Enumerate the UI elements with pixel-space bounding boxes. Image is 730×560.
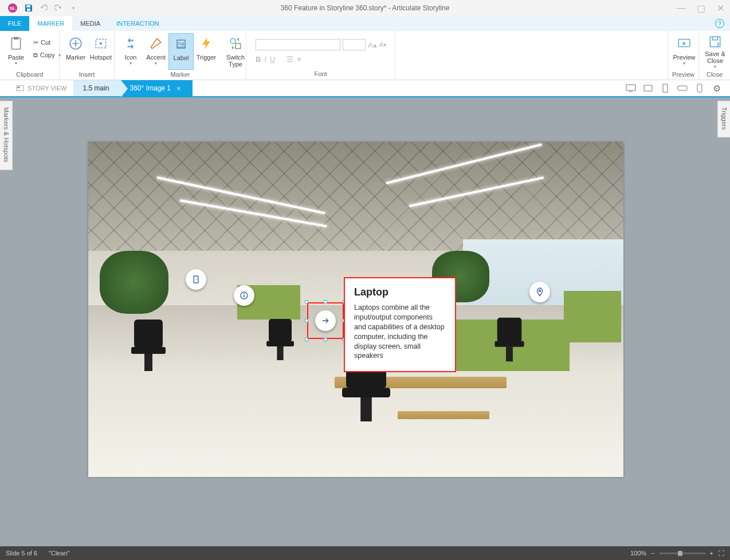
fit-to-window-button[interactable]: ⛶ [718,550,724,557]
canvas-360-image[interactable]: Laptop Laptops combine all the input/out… [88,142,623,477]
group-label-clipboard: Clipboard [0,70,59,80]
marker-trigger-button[interactable]: Trigger [194,33,219,70]
cut-icon: ✂ [33,39,38,46]
window-title: 360 Feature in Storyline 360.story* - Ar… [281,4,450,12]
triggers-panel-tab[interactable]: Triggers [717,101,730,137]
phone-landscape-icon[interactable] [674,80,691,97]
cut-button[interactable]: ✂Cut [31,37,63,48]
marker-label-button[interactable]: Aa Label [168,33,194,70]
crumb-360image[interactable]: 360° Image 1 × [121,80,193,96]
undo-icon[interactable] [37,1,50,15]
ribbon-tabs: FILE MARKER MEDIA INTERACTION ? [0,16,730,31]
group-clipboard: Paste ▾ ✂Cut ⧉Copy▾ Clipboard [0,31,60,80]
zoom-in-button[interactable]: + [710,550,713,557]
svg-point-4 [100,42,102,45]
copy-button[interactable]: ⧉Copy▾ [31,49,63,61]
save-icon[interactable] [22,1,36,15]
close-window-button[interactable]: ✕ [711,0,730,16]
svg-rect-1 [14,37,19,40]
marker-arrow-selected[interactable] [315,310,336,331]
marker-door[interactable] [186,269,206,290]
svg-rect-13 [18,86,20,88]
marker-icon-button[interactable]: Icon▾ [118,33,143,70]
responsive-view-icons: ⚙ [622,80,730,96]
group-marker: Icon▾ Accent▾ Aa Label Trigger Switch Ty… [115,31,246,80]
group-label-close: Close [699,70,730,80]
svg-rect-24 [244,295,245,298]
underline-button[interactable]: U [270,55,275,64]
marker-label-card[interactable]: Laptop Laptops combine all the input/out… [344,277,456,372]
ribbon: Paste ▾ ✂Cut ⧉Copy▾ Clipboard Marker Hot… [0,31,730,80]
app-icon: SL [8,3,17,13]
minimize-button[interactable]: — [672,0,691,16]
zoom-slider[interactable] [660,553,705,554]
font-size-input[interactable] [343,39,366,50]
insert-marker-button[interactable]: Marker [63,33,88,70]
group-label-marker: Marker [115,70,246,80]
svg-rect-11 [710,37,720,46]
bullets-button[interactable]: ☰ [286,55,293,64]
qat-dropdown-icon[interactable]: ▾ [66,1,80,15]
switch-icon [226,34,245,53]
numbering-button[interactable]: ≡ [297,55,301,64]
help-icon[interactable]: ? [715,19,724,28]
scene-desk [398,411,489,419]
save-close-button[interactable]: Save & Close▾ [702,33,728,70]
preview-icon [675,34,693,53]
save-close-icon [706,34,724,49]
tab-media[interactable]: MEDIA [72,16,108,31]
scene-divider [564,291,621,342]
tab-marker[interactable]: MARKER [29,16,72,31]
svg-rect-20 [194,276,198,283]
status-slide-number: Slide 5 of 6 [6,550,37,557]
shrink-font-icon[interactable]: A▾ [379,41,387,49]
svg-rect-9 [236,44,241,49]
svg-point-21 [197,279,198,280]
group-label-preview: Preview [668,70,698,80]
italic-button[interactable]: I [264,55,266,64]
zoom-out-button[interactable]: − [651,550,654,557]
maximize-button[interactable]: ▢ [691,0,711,16]
tablet-portrait-icon[interactable] [657,80,674,97]
lightning-icon [197,34,215,53]
markers-hotspots-panel-tab[interactable]: Markers & Hotspots [0,101,13,170]
svg-rect-14 [626,85,635,90]
marker-location[interactable] [529,282,550,302]
svg-text:Aa: Aa [178,41,184,46]
grow-font-icon[interactable]: A▴ [368,41,377,49]
tab-interaction[interactable]: INTERACTION [108,16,167,31]
tab-file[interactable]: FILE [0,16,29,31]
close-tab-icon[interactable]: × [176,84,181,93]
preview-button[interactable]: Preview▾ [672,33,697,70]
svg-rect-18 [678,86,687,90]
phone-portrait-icon[interactable] [691,80,708,97]
marker-info[interactable] [234,285,254,306]
redo-icon[interactable] [52,1,65,15]
settings-gear-icon[interactable]: ⚙ [708,80,725,97]
story-view-button[interactable]: STORY VIEW [0,80,73,96]
svg-rect-17 [663,84,668,92]
marker-plus-icon [66,34,85,53]
paste-button[interactable]: Paste ▾ [3,33,29,70]
paste-icon [7,34,25,53]
font-family-input[interactable] [256,39,340,50]
label-icon: Aa [172,35,190,53]
group-label-insert: Insert [60,70,114,80]
group-close: Save & Close▾ Close [699,31,730,80]
desktop-view-icon[interactable] [622,80,639,97]
swap-icon [121,34,140,53]
insert-hotspot-button[interactable]: Hotspot [88,33,113,70]
crumb-slide[interactable]: 1.5 main [73,80,120,96]
quick-access-toolbar: ▾ [22,1,80,15]
group-label-font: Font [246,69,395,80]
tablet-landscape-icon[interactable] [639,80,657,97]
marker-accent-button[interactable]: Accent▾ [143,33,168,70]
bold-button[interactable]: B [256,55,261,64]
svg-point-25 [539,290,541,291]
hotspot-icon [92,34,110,53]
secondary-bar: STORY VIEW 1.5 main 360° Image 1 × ⚙ [0,80,730,97]
accent-icon [147,34,165,53]
copy-icon: ⧉ [33,52,38,59]
status-bar: Slide 5 of 6 "Clean" 100% − + ⛶ [0,546,730,560]
svg-rect-16 [644,85,652,91]
